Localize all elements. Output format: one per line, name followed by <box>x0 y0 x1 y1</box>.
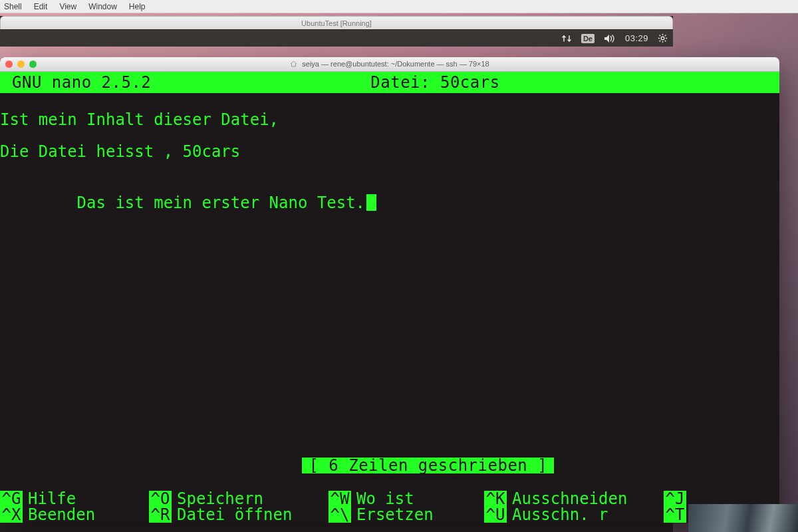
shortcut-key: ^X <box>0 507 23 523</box>
menu-view[interactable]: View <box>59 2 76 11</box>
panel-clock[interactable]: 03:29 <box>625 33 648 43</box>
gear-icon[interactable] <box>658 33 668 43</box>
minimize-icon[interactable] <box>17 61 25 68</box>
shortcut-label: Hilfe <box>23 491 149 507</box>
shortcut-key: ^W <box>329 491 351 507</box>
svg-line-5 <box>660 35 661 37</box>
keyboard-layout-indicator[interactable]: De <box>581 34 595 43</box>
nano-text-area[interactable]: Ist mein Inhalt dieser Datei, Die Datei … <box>0 93 779 227</box>
vm-titlebar: UbuntuTest [Running] <box>0 16 673 29</box>
shortcut-label: Ausschneiden <box>507 491 664 507</box>
shortcut-label: Ersetzen <box>351 507 484 523</box>
editor-line[interactable]: Ist mein Inhalt dieser Datei, <box>0 112 779 128</box>
nano-header: GNU nano 2.5.2 Datei: 50cars <box>0 72 779 93</box>
shortcut-label: Wo ist <box>351 491 484 507</box>
svg-line-6 <box>665 41 666 42</box>
shortcut-row: ^X Beenden ^R Datei öffnen ^\ Ersetzen ^… <box>0 507 779 523</box>
home-icon <box>290 61 297 68</box>
shortcut-key: ^O <box>149 491 172 507</box>
menu-help[interactable]: Help <box>129 2 146 11</box>
shortcut-key: ^U <box>484 507 507 523</box>
vm-window: UbuntuTest [Running] De 03:29 Dokumente <box>0 16 673 47</box>
shortcut-label: Datei öffnen <box>172 507 329 523</box>
svg-line-8 <box>660 41 661 42</box>
zoom-icon[interactable] <box>29 61 37 68</box>
menu-shell[interactable]: Shell <box>4 2 22 11</box>
nano-editor[interactable]: GNU nano 2.5.2 Datei: 50cars Ist mein In… <box>0 72 779 523</box>
host-menubar: Shell Edit View Window Help <box>0 0 798 13</box>
shortcut-key: ^R <box>149 507 172 523</box>
menu-edit[interactable]: Edit <box>34 2 48 11</box>
close-icon[interactable] <box>5 61 13 68</box>
shortcut-key: ^J <box>664 491 686 507</box>
nano-app-name: GNU nano 2.5.2 <box>12 74 151 90</box>
shortcut-row: ^G Hilfe ^O Speichern ^W Wo ist ^K Aussc… <box>0 491 779 507</box>
volume-icon[interactable] <box>604 34 616 43</box>
ubuntu-top-panel: De 03:29 <box>0 29 673 47</box>
shortcut-label: Ausschn. r <box>507 507 664 523</box>
terminal-window[interactable]: seiya — rene@ubuntutest: ~/Dokumente — s… <box>0 57 779 523</box>
terminal-titlebar[interactable]: seiya — rene@ubuntutest: ~/Dokumente — s… <box>0 57 779 72</box>
editor-line[interactable]: Die Datei heisst , 50cars <box>0 144 779 160</box>
shortcut-label: Speichern <box>172 491 329 507</box>
svg-point-0 <box>661 37 664 40</box>
editor-line[interactable]: Das ist mein erster Nano Test. <box>0 176 779 227</box>
nano-status: [ 6 Zeilen geschrieben ] <box>302 458 554 473</box>
menu-window[interactable]: Window <box>88 2 117 11</box>
shortcut-key: ^G <box>0 491 23 507</box>
shortcut-key: ^T <box>664 507 686 523</box>
nano-footer: [ 6 Zeilen geschrieben ] ^G Hilfe ^O Spe… <box>0 442 779 523</box>
shortcut-label: Beenden <box>23 507 149 523</box>
nano-file-label: Datei: 50cars <box>370 74 499 90</box>
text-cursor <box>366 194 376 211</box>
svg-line-7 <box>665 35 666 37</box>
shortcut-key: ^K <box>484 491 507 507</box>
network-icon[interactable] <box>561 34 572 43</box>
terminal-title: seiya — rene@ubuntutest: ~/Dokumente — s… <box>0 60 779 68</box>
shortcut-key: ^\ <box>329 507 351 523</box>
desktop-wallpaper-peek <box>688 504 798 532</box>
